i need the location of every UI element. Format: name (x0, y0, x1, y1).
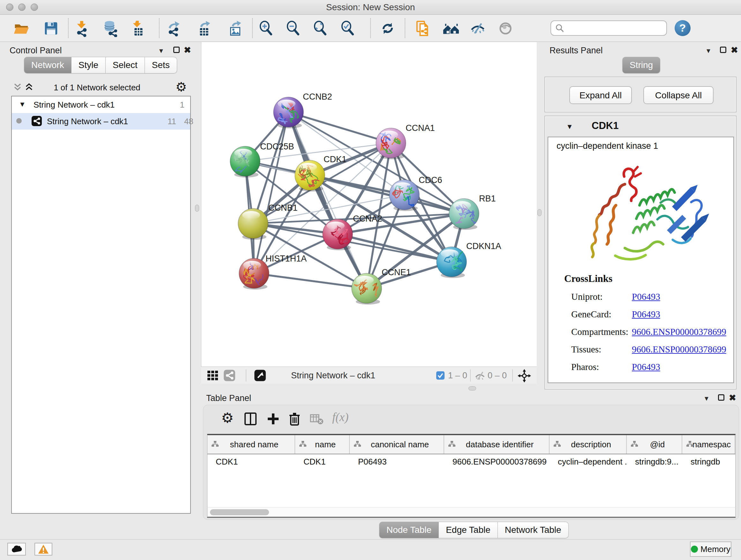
cell-namespac[interactable]: stringdb (682, 454, 735, 469)
network-canvas[interactable]: CCNB2CCNA1CDC25BCDK1CDC6RB1CCNB1CCNA2CDK… (201, 42, 537, 367)
fx-icon[interactable]: f(x) (332, 410, 348, 424)
export-network-button[interactable] (165, 19, 184, 38)
network-view-icon[interactable] (223, 369, 235, 381)
node-CDC25B[interactable]: CDC25B (230, 142, 294, 178)
gene-description: cyclin–dependent kinase 1 (556, 141, 658, 151)
node-label-CDK1: CDK1 (324, 154, 347, 164)
cell-description[interactable]: cyclin–dependent ... (549, 454, 627, 469)
crosslink-value[interactable]: 9606.ENSP00000378699 (632, 327, 726, 337)
current-network-label: String Network – cdk1 (291, 371, 375, 381)
collection-expand-icon[interactable]: ▼ (19, 100, 26, 109)
zoom-fit-button[interactable] (312, 19, 330, 38)
column-header-name[interactable]: name (295, 435, 350, 454)
columns-icon[interactable] (244, 412, 257, 426)
export-image-button[interactable] (226, 19, 245, 38)
zoom-in-button[interactable] (257, 19, 276, 38)
delete-table-icon[interactable] (310, 414, 324, 425)
panel-float-icon[interactable] (718, 394, 724, 401)
collapse-all-button[interactable]: Collapse All (643, 86, 714, 104)
crosslink-row: GeneCard:P06493 (571, 306, 731, 323)
tab-network-table[interactable]: Network Table (498, 522, 569, 538)
hidden-eye-slash-icon[interactable] (474, 371, 486, 381)
cell-canonical-name[interactable]: P06493 (350, 454, 444, 469)
cell-database-identifier[interactable]: 9606.ENSP00000378699 (444, 454, 549, 469)
open-session-button[interactable] (12, 19, 30, 38)
vertical-splitter-handle[interactable] (537, 209, 542, 216)
warning-status-button[interactable] (35, 543, 52, 556)
tab-edge-table[interactable]: Edge Table (439, 522, 498, 538)
add-row-icon[interactable] (266, 412, 280, 426)
node-RB1[interactable]: RB1 (449, 194, 496, 230)
scrollbar-thumb[interactable] (210, 509, 269, 515)
left-splitter-handle[interactable] (195, 205, 199, 212)
panel-menu-icon[interactable]: ▼ (703, 395, 710, 402)
column-header-description[interactable]: description (549, 435, 627, 454)
node-HIST1H1A[interactable]: HIST1H1A (239, 254, 307, 290)
panel-float-icon[interactable] (720, 47, 726, 53)
column-header-namespac[interactable]: namespac (682, 435, 735, 454)
column-header-canonical-name[interactable]: canonical name (350, 435, 444, 454)
titlebar: Session: New Session (0, 0, 741, 15)
tab-style[interactable]: Style (71, 57, 106, 73)
table-header-row: shared namenamecanonical namedatabase id… (207, 435, 735, 454)
expand-all-button[interactable]: Expand All (569, 86, 632, 104)
zoom-selected-button[interactable] (339, 19, 357, 38)
tab-network[interactable]: Network (24, 57, 71, 73)
gene-collapse-icon[interactable]: ▼ (566, 123, 573, 131)
pan-crosshair-icon[interactable] (518, 369, 531, 382)
zoom-out-button[interactable] (284, 19, 303, 38)
edge-HIST1H1A-CCNE1[interactable] (254, 273, 367, 288)
column-header-database-identifier[interactable]: database identifier (444, 435, 549, 454)
crosslink-value[interactable]: 9606.ENSP00000378699 (632, 344, 726, 355)
apply-layout-button[interactable] (379, 19, 397, 38)
tab-string[interactable]: String (622, 57, 660, 73)
gear-icon[interactable]: ⚙ (176, 79, 187, 94)
edge-CCNB2-CCNA1[interactable] (288, 112, 391, 143)
selected-checkbox-icon[interactable] (436, 371, 445, 380)
clone-network-button[interactable] (414, 19, 432, 38)
panel-menu-icon[interactable]: ▼ (705, 47, 712, 55)
import-network-button[interactable] (73, 19, 91, 38)
column-header--id[interactable]: @id (627, 435, 682, 454)
tab-select[interactable]: Select (106, 57, 145, 73)
node-CCNE1[interactable]: CCNE1 (352, 267, 411, 305)
import-network-from-database-button[interactable] (101, 19, 120, 38)
cell-shared-name[interactable]: CDK1 (207, 454, 295, 469)
horizontal-scrollbar[interactable] (207, 507, 736, 517)
network-row[interactable]: String Network – cdk1 11 48 (12, 113, 190, 130)
search-input[interactable] (550, 20, 667, 36)
hide-selected-button[interactable] (468, 19, 487, 38)
help-button[interactable]: ? (675, 20, 690, 36)
table-row[interactable]: CDK1CDK1P064939606.ENSP00000378699cyclin… (207, 454, 735, 469)
cloud-status-button[interactable] (7, 543, 26, 556)
first-neighbors-button[interactable] (442, 19, 461, 38)
tab-node-table[interactable]: Node Table (379, 522, 439, 538)
table-gear-icon[interactable]: ⚙ (221, 410, 233, 426)
cell-name[interactable]: CDK1 (295, 454, 350, 469)
panel-close-icon[interactable]: ✖ (731, 45, 738, 55)
panel-close-icon[interactable]: ✖ (729, 393, 736, 403)
save-session-button[interactable] (42, 19, 60, 38)
show-hidden-button[interactable] (496, 19, 515, 38)
open-folder-icon (13, 20, 30, 37)
export-table-button[interactable] (195, 19, 214, 38)
edge-CCNB2-HIST1H1A[interactable] (254, 112, 288, 273)
node-CCNA1[interactable]: CCNA1 (376, 123, 435, 159)
tab-sets[interactable]: Sets (145, 57, 177, 73)
crosslink-value[interactable]: P06493 (632, 362, 660, 372)
panel-float-icon[interactable] (173, 47, 180, 53)
crosslink-value[interactable]: P06493 (632, 309, 660, 320)
network-collection-row[interactable]: ▼ String Network – cdk1 1 (12, 97, 190, 113)
crosslink-value[interactable]: P06493 (632, 292, 660, 302)
panel-menu-icon[interactable]: ▼ (158, 47, 164, 55)
grid-view-icon[interactable] (207, 369, 219, 381)
import-table-button[interactable] (129, 19, 147, 38)
cell--id[interactable]: stringdb:9... (627, 454, 682, 469)
node-CDKN1A[interactable]: CDKN1A (436, 241, 501, 278)
trash-icon[interactable] (288, 412, 301, 426)
panel-close-icon[interactable]: ✖ (184, 45, 191, 55)
column-header-shared-name[interactable]: shared name (207, 435, 295, 454)
memory-button[interactable]: Memory (690, 542, 731, 557)
protein-structure-image (577, 165, 714, 279)
birds-eye-view-icon[interactable] (254, 369, 266, 381)
